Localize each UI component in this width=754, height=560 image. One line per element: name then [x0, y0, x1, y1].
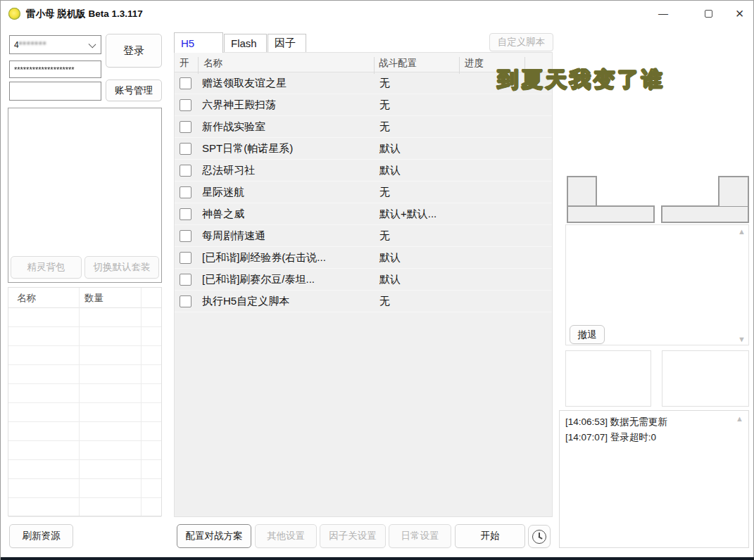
custom-script-button[interactable]: 自定义脚本	[489, 33, 553, 51]
inventory-col-divider	[141, 288, 142, 516]
app-window: 雷小母 脱机版 Beta 1.3.117 — × 4 ******* 登录 **…	[0, 0, 754, 560]
task-checkbox[interactable]	[180, 165, 191, 177]
task-battle-config: 默认	[379, 142, 401, 155]
timer-button[interactable]	[528, 525, 551, 548]
task-row[interactable]: 六界神王殿扫荡 无	[175, 94, 552, 116]
scroll-down-icon[interactable]: ▼	[738, 336, 746, 343]
maximize-icon	[705, 10, 712, 18]
account-value: 4	[14, 40, 19, 50]
task-row[interactable]: 每周剧情速通 无	[175, 225, 552, 247]
task-checkbox[interactable]	[180, 208, 191, 220]
task-battle-config: 无	[379, 98, 390, 112]
task-battle-config: 默认	[379, 273, 401, 286]
inventory-empty-row	[8, 498, 161, 517]
task-checkbox[interactable]	[180, 77, 191, 89]
log-line: [14:07:07] 登录超时:0	[565, 430, 743, 445]
task-row[interactable]: 神兽之威 默认+默认...	[175, 203, 552, 225]
start-button[interactable]: 开始	[455, 524, 525, 548]
header-divider	[524, 57, 525, 74]
task-checkbox[interactable]	[180, 252, 191, 264]
password-field[interactable]: ********************	[9, 61, 101, 78]
daily-settings-button[interactable]: 日常设置	[389, 524, 451, 548]
retreat-button[interactable]: 撤退	[570, 325, 605, 344]
close-button[interactable]: ×	[724, 2, 754, 25]
other-settings-button[interactable]: 其他设置	[255, 524, 317, 548]
task-checkbox[interactable]	[180, 230, 191, 242]
window-title: 雷小母 脱机版 Beta 1.3.117	[26, 8, 143, 20]
task-battle-config: 无	[379, 120, 390, 134]
login-button[interactable]: 登录	[106, 34, 162, 68]
task-battle-config: 无	[379, 295, 390, 308]
configure-battle-plan-button[interactable]: 配置对战方案	[177, 524, 251, 548]
task-battle-config: 默认	[379, 251, 401, 265]
tab-h5[interactable]: H5	[174, 32, 223, 53]
chevron-down-icon[interactable]	[89, 41, 96, 49]
switch-default-suit-button[interactable]: 切换默认套装	[84, 256, 159, 279]
pet-bag-button[interactable]: 精灵背包	[11, 256, 82, 279]
task-battle-config: 无	[379, 77, 390, 90]
task-checkbox[interactable]	[180, 186, 191, 198]
inventory-empty-row	[8, 308, 161, 327]
task-name: 神兽之威	[202, 208, 379, 221]
task-battle-config: 默认+默认...	[379, 208, 436, 221]
inventory-col-divider	[79, 288, 80, 516]
task-row[interactable]: 忍法研习社 默认	[175, 160, 552, 182]
log-line: [14:06:53] 数据无需更新	[565, 414, 743, 430]
task-name: 新作战实验室	[202, 120, 379, 134]
task-checkbox[interactable]	[180, 99, 191, 111]
task-checkbox[interactable]	[180, 295, 191, 307]
task-name: SPT日常(帕诺星系)	[202, 142, 379, 155]
task-row[interactable]: 星际迷航 无	[175, 182, 552, 203]
task-row[interactable]: 执行H5自定义脚本 无	[175, 291, 552, 312]
col-enable: 开	[180, 57, 189, 70]
minimize-button[interactable]: —	[647, 2, 679, 25]
inventory-empty-row	[8, 460, 161, 479]
task-name: 星际迷航	[202, 186, 379, 199]
tab-flash[interactable]: Flash	[224, 34, 267, 53]
task-checkbox[interactable]	[180, 121, 191, 133]
task-row[interactable]: 赠送领取友谊之星 无	[175, 72, 552, 94]
task-name: [已和谐]刷经验券(右击说...	[202, 251, 379, 265]
preview-box-right	[662, 350, 749, 407]
inventory-empty-row	[8, 403, 161, 422]
header-divider	[374, 57, 375, 74]
inventory-empty-row	[8, 365, 161, 384]
battle-bar-shape	[567, 205, 655, 223]
task-battle-config: 默认	[379, 164, 401, 177]
task-checkbox[interactable]	[180, 274, 191, 286]
inventory-table: 名称 数量	[8, 287, 162, 516]
password-value: ********************	[14, 65, 75, 74]
task-row[interactable]: [已和谐]刷赛尔豆/泰坦... 默认	[175, 269, 552, 291]
task-battle-config: 无	[379, 229, 390, 243]
tab-factor[interactable]: 因子	[268, 34, 306, 53]
task-checkbox[interactable]	[180, 143, 191, 155]
close-icon: ×	[736, 6, 744, 22]
inventory-empty-row	[8, 441, 161, 460]
log-scroll-up-icon[interactable]: ▲	[736, 415, 743, 423]
window-bottom-border	[1, 557, 754, 560]
inventory-empty-row	[8, 422, 161, 441]
task-row[interactable]: [已和谐]刷经验券(右击说... 默认	[175, 247, 552, 269]
inventory-empty-row	[8, 346, 161, 365]
preview-box-left	[565, 350, 651, 407]
extra-input-field[interactable]	[9, 82, 101, 101]
col-name: 名称	[203, 57, 222, 70]
clock-icon	[532, 530, 546, 544]
task-rows: 赠送领取友谊之星 无 六界神王殿扫荡 无 新作战实验室 无 SPT日常(帕诺星系…	[175, 72, 552, 312]
task-row[interactable]: SPT日常(帕诺星系) 默认	[175, 138, 552, 160]
task-name: [已和谐]刷赛尔豆/泰坦...	[202, 273, 379, 286]
maximize-button[interactable]	[692, 2, 724, 25]
titlebar[interactable]: 雷小母 脱机版 Beta 1.3.117 — ×	[1, 1, 753, 27]
task-name: 执行H5自定义脚本	[202, 295, 379, 308]
header-divider	[198, 57, 199, 74]
inventory-col-name: 名称	[17, 292, 36, 305]
account-censored-value: *******	[19, 40, 47, 50]
task-name: 忍法研习社	[202, 164, 379, 177]
scroll-up-icon[interactable]: ▲	[738, 228, 746, 236]
header-divider	[459, 57, 460, 74]
refresh-resources-button[interactable]: 刷新资源	[9, 524, 73, 548]
account-manage-button[interactable]: 账号管理	[106, 79, 162, 101]
task-row[interactable]: 新作战实验室 无	[175, 116, 552, 138]
account-select[interactable]: 4 *******	[9, 35, 101, 54]
factor-stage-settings-button[interactable]: 因子关设置	[320, 524, 386, 548]
